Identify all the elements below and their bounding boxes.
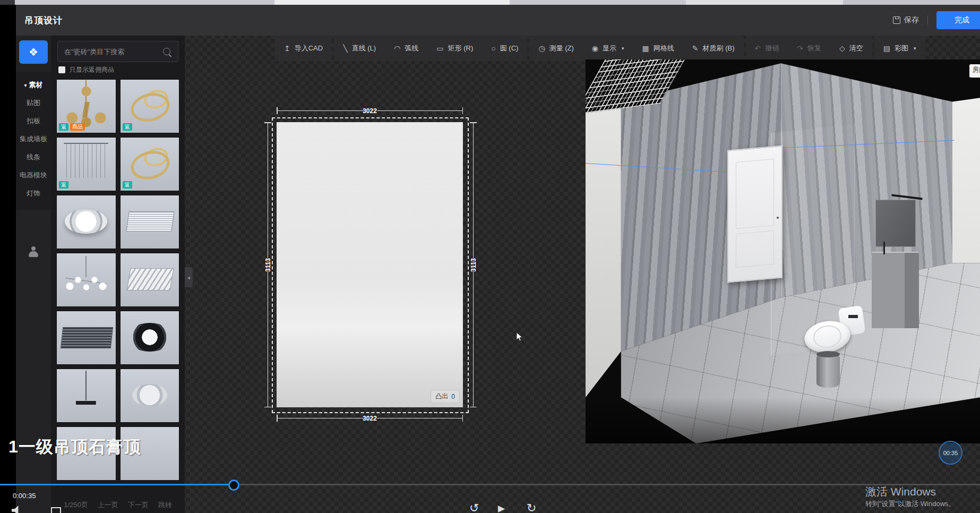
measure-icon: ◷	[538, 44, 545, 53]
toolbar-group: ↥导入CAD	[275, 36, 332, 61]
play-icon[interactable]: ▶	[498, 503, 505, 513]
sidebar-item-label: 灯饰	[27, 189, 40, 198]
product-thumb[interactable]	[56, 195, 116, 249]
sidebar-item-wallboard[interactable]: 集成墙板	[16, 130, 51, 148]
toolbar-clear-button[interactable]: ◇清空	[830, 36, 872, 61]
save-label: 保存	[904, 15, 919, 25]
done-button[interactable]: 完成	[936, 11, 980, 29]
sidebar-item-decal[interactable]: 贴图	[16, 94, 51, 112]
toolbar-redo-button: ↷恢复	[788, 36, 830, 61]
import-cad-icon: ↥	[284, 44, 290, 53]
pagination-next-page[interactable]: 下一页	[128, 500, 149, 510]
rotate-right-icon[interactable]: ↻	[527, 501, 536, 513]
toolbar-circle-button[interactable]: ○圆 (C)	[482, 36, 527, 61]
round-ceiling-light-image	[57, 195, 116, 249]
sidebar-item-label: 素材	[29, 80, 43, 90]
pagination-jump[interactable]: 跳转	[158, 500, 172, 510]
toolbar-button-label: 材质刷 (B)	[703, 44, 735, 53]
toolbar-rect-button[interactable]: ▭矩形 (R)	[427, 36, 482, 61]
panel-collapse-handle[interactable]: ◂	[185, 267, 193, 287]
vanity-mirror	[875, 200, 916, 247]
dimension-line-bottom: 3022	[277, 418, 463, 418]
sidebar-item-label: 线条	[27, 152, 40, 162]
sidebar-item-moulding[interactable]: 线条	[16, 148, 51, 166]
product-thumb[interactable]: 返商品	[56, 79, 116, 133]
product-thumb[interactable]: 返	[56, 137, 116, 191]
chevron-down-icon: ▾	[622, 46, 624, 51]
ceiling-plan-rect[interactable]: 凸出 0	[277, 122, 463, 407]
flat-panel-light-image	[121, 253, 179, 306]
mouse-cursor	[515, 332, 525, 341]
dimension-bottom-value: 3022	[363, 415, 377, 422]
rotate-left-icon[interactable]: ↺	[469, 501, 479, 513]
bulge-badge[interactable]: 凸出 0	[431, 390, 460, 403]
pagination-prev-page[interactable]: 上一页	[98, 500, 118, 510]
product-thumb[interactable]	[120, 253, 180, 307]
dimension-line-left: 3113	[268, 122, 268, 407]
toolbar-measure-button[interactable]: ◷测量 (Z)	[529, 36, 582, 61]
badge-group: 返	[59, 181, 68, 189]
rebate-checkbox[interactable]	[58, 66, 65, 73]
fullscreen-icon[interactable]	[51, 507, 61, 513]
rebate-filter-label: 只显示返佣商品	[70, 65, 114, 74]
search-icon[interactable]	[163, 48, 170, 55]
search-input[interactable]	[58, 48, 163, 56]
user-icon	[28, 246, 39, 258]
ball-chandelier-image	[57, 253, 116, 306]
sidebar-item-lighting[interactable]: 灯饰	[16, 184, 51, 202]
toolbar-button-label: 直线 (L)	[352, 44, 376, 53]
toolbar-group: ↶撤销↷恢复◇清空	[746, 36, 872, 61]
toolbar-button-label: 矩形 (R)	[448, 44, 474, 53]
product-thumb[interactable]	[120, 311, 180, 365]
avatar[interactable]	[16, 242, 51, 263]
video-progress-fill	[0, 484, 233, 485]
rebate-badge: 返	[123, 181, 132, 189]
goods-badge: 商品	[70, 123, 85, 131]
product-grid: 返商品返返返	[56, 79, 179, 481]
video-caption: 1一级吊顶石膏顶	[8, 435, 141, 459]
room-tab[interactable]: 房间	[969, 64, 980, 78]
bathroom-door	[727, 146, 783, 283]
product-thumb[interactable]: 返	[120, 137, 180, 191]
windows-watermark-line2: 转到"设置"以激活 Windows。	[865, 499, 956, 509]
rebate-filter[interactable]: 只显示返佣商品	[58, 65, 114, 74]
toolbar-import-cad-button[interactable]: ↥导入CAD	[275, 36, 332, 61]
badge-group: 返	[123, 123, 132, 131]
toolbar-colormap-button[interactable]: ▤彩图▾	[874, 36, 925, 61]
video-top-strip	[0, 0, 980, 5]
sidebar-item-label: 贴图	[27, 98, 40, 108]
save-button[interactable]: 保存	[893, 15, 919, 25]
toolbar-undo-button: ↶撤销	[746, 36, 788, 61]
dimension-line-top: 3022	[277, 110, 463, 111]
product-thumb[interactable]: 返	[120, 79, 180, 133]
arc-icon: ◠	[394, 44, 400, 53]
product-thumb[interactable]	[120, 195, 180, 249]
sidebar-item-electric[interactable]: 电器模块	[16, 166, 51, 184]
product-thumb[interactable]	[56, 369, 116, 423]
toolbar-line-button[interactable]: ╲直线 (L)	[334, 36, 385, 61]
pagination-page: 1/250页	[64, 500, 88, 510]
product-thumb[interactable]	[56, 311, 116, 365]
toolbar-display-button[interactable]: ◉显示▾	[583, 36, 633, 61]
chevron-down-icon: ▾	[914, 46, 916, 51]
toolbar-button-label: 彩图	[895, 44, 908, 53]
materials-cube-button[interactable]: ❖	[19, 40, 48, 64]
video-progress-handle[interactable]	[228, 480, 239, 491]
sidebar-item-gusset[interactable]: 扣板	[16, 112, 51, 130]
toolbar-gridlines-button[interactable]: ▦网格线	[633, 36, 683, 61]
display-icon: ◉	[592, 44, 598, 53]
vent-grille-image	[121, 195, 179, 249]
toolbar-button-label: 清空	[849, 44, 863, 53]
product-thumb[interactable]	[56, 253, 116, 307]
toolbar-arc-button[interactable]: ◠弧线	[385, 36, 427, 61]
undo-icon: ↶	[755, 44, 761, 53]
rect-icon: ▭	[436, 44, 443, 53]
toolbar-button-label: 测量 (Z)	[549, 44, 574, 53]
vanity-cabinet	[872, 252, 919, 329]
toolbar-material-brush-button[interactable]: ✎材质刷 (B)	[683, 36, 744, 61]
3d-viewport[interactable]	[586, 59, 980, 443]
pagination: 1/250页上一页下一页跳转	[51, 500, 185, 510]
search-box[interactable]	[57, 41, 178, 62]
sidebar-item-material[interactable]: ▾素材	[16, 76, 51, 94]
product-thumb[interactable]	[120, 369, 180, 423]
